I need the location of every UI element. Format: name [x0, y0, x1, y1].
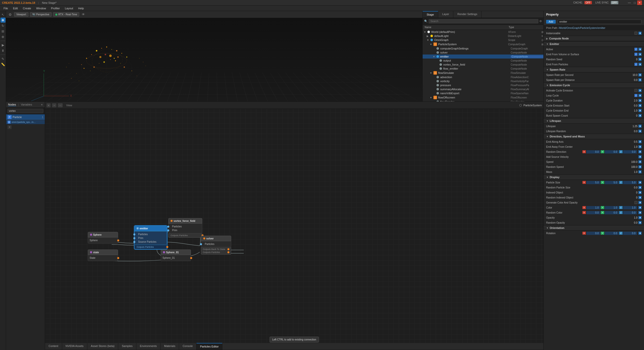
remove-node-button[interactable]: − — [52, 103, 56, 107]
tool-move[interactable]: ✥ — [1, 18, 6, 23]
tool-pause[interactable]: ⏸ — [1, 48, 6, 53]
node-editor-canvas[interactable]: Sphere Sphere state — [45, 109, 543, 350]
tree-item-flowsimulate[interactable]: ▼ ⬡ flowSimulate FlowSimulate — [423, 71, 543, 75]
sphere-out-port[interactable] — [117, 239, 119, 241]
random-direction-y-val[interactable]: 0.0 — [605, 150, 619, 154]
random-color-y-val[interactable]: 0.0 — [605, 211, 619, 214]
menu-edit[interactable]: Edit — [11, 6, 20, 10]
random-color-x-val[interactable]: 0.0 — [586, 211, 600, 214]
random-direction-x-val[interactable]: 0.0 — [586, 150, 600, 154]
tool-select[interactable]: ↖ — [1, 12, 6, 17]
menu-window[interactable]: Window — [34, 6, 49, 10]
expand-icon-defaultlight[interactable]: ▶ — [427, 35, 430, 37]
filter-icon[interactable]: ⚙ — [539, 20, 542, 23]
section-display[interactable]: ▼ Display — [544, 174, 644, 180]
maximize-button[interactable]: □ — [632, 1, 637, 5]
menu-profiler[interactable]: Profiler — [49, 6, 62, 10]
expand-icon-flowoffscreen[interactable]: ▼ — [430, 96, 433, 99]
expand-icon-particlesystem[interactable]: ▼ — [430, 43, 433, 46]
generate-color-checkbox[interactable] — [634, 201, 637, 204]
section-direction[interactable]: ▼ Direction, Speed and Mass — [544, 134, 644, 139]
menu-help[interactable]: Help — [76, 6, 87, 10]
random-color-z-val[interactable]: 0.0 — [623, 211, 637, 214]
var-item-particle[interactable]: P Particle 1 — [6, 114, 45, 120]
tree-item-flowemitter[interactable]: flow_emitter ComputeNode — [423, 67, 543, 71]
state-out-port[interactable] — [117, 257, 119, 259]
random-direction-z-val[interactable]: 0.0 — [623, 150, 637, 154]
tab-render-settings[interactable]: Render Settings — [453, 11, 481, 18]
tab-stage[interactable]: Stage — [423, 11, 438, 18]
menu-layout[interactable]: Layout — [62, 6, 76, 10]
property-add-button[interactable]: Add — [546, 20, 556, 24]
tree-item-advection[interactable]: advection FlowAdvectionC — [423, 75, 543, 79]
emitter-out-port[interactable] — [166, 246, 168, 248]
particle-size-y-val[interactable]: 5.0 — [605, 181, 619, 184]
solver-particles-port[interactable] — [227, 251, 229, 253]
section-orientation[interactable]: ▼ Orientation — [544, 225, 644, 231]
close-button[interactable]: × — [637, 1, 642, 5]
tool-universal[interactable]: ⊕ — [1, 34, 6, 39]
node-vortex-force[interactable]: vortex_force_field Particles Prim — [168, 218, 202, 238]
node-sphere01[interactable]: Sphere_01 Sphere_01 — [161, 249, 191, 261]
emit-particles-checkbox[interactable]: ✓ — [634, 63, 637, 66]
tree-item-particlesystem[interactable]: ▼ ⬡ ParticleSystem ComputeGraph ⊞ — [423, 42, 543, 46]
tab-environments[interactable]: Environments — [136, 343, 160, 350]
viewport-gear-icon[interactable]: ⚙ — [8, 12, 13, 17]
tree-item-flowrender[interactable]: flowRender FlowRender — [423, 100, 543, 102]
tool-paint[interactable]: ✎ — [1, 56, 6, 61]
tab-nvidia-assets[interactable]: NVIDIA Assets — [62, 343, 88, 350]
node-emitter[interactable]: emitter Particles Prim — [134, 226, 167, 249]
emitter-particles-in-dot[interactable] — [133, 233, 135, 235]
more-options-button[interactable]: ··· — [58, 103, 63, 107]
vortex-particles-dot[interactable] — [167, 226, 169, 228]
tree-item-emitter[interactable]: ▼ emitter ComputeNode — [423, 55, 543, 59]
expand-icon-omnigraph[interactable]: ▼ — [427, 39, 430, 41]
tree-item-summaryallocate[interactable]: summaryAllocate FlowSummaryAl — [423, 87, 543, 91]
property-add-input[interactable] — [558, 20, 641, 24]
menu-file[interactable]: File — [1, 6, 11, 10]
tab-materials[interactable]: Materials — [160, 343, 179, 350]
var-source-vortex[interactable]: ⊙ omni:/particle_sys.../ome.Vortex — [6, 120, 45, 124]
tree-item-vorticity[interactable]: vorticity FlowVorticityPar — [423, 79, 543, 83]
vortex-prim-dot[interactable] — [167, 229, 169, 231]
stage-search-input[interactable] — [429, 19, 538, 23]
section-spawn-rate[interactable]: ▼ Spawn Rate — [544, 67, 644, 72]
particle-size-x-val[interactable]: 5.0 — [586, 181, 600, 184]
expand-icon-emitter[interactable]: ▼ — [433, 55, 436, 58]
tree-item-world[interactable]: ▼ World (defaultPrim) XForm ⊞ — [423, 30, 543, 34]
emitter-source-in-dot[interactable] — [133, 241, 135, 243]
tab-content[interactable]: Content — [45, 343, 62, 350]
tree-item-omnigraph[interactable]: ▼ OmniGraph Scope ⊙ — [423, 38, 543, 42]
section-compute-node[interactable]: ▶ Compute Node — [544, 36, 644, 41]
tab-console[interactable]: Console — [179, 343, 196, 350]
rotation-y-val[interactable]: 0.0 — [605, 232, 619, 235]
solver-particles-dot[interactable] — [200, 243, 202, 245]
tree-item-computegraphsettings[interactable]: computeGraphSettings ComputeGraph — [423, 46, 543, 51]
expand-icon-flowsimulate[interactable]: ▼ — [430, 72, 433, 74]
color-x-val[interactable]: 1.0 — [586, 206, 600, 209]
tree-item-pressure[interactable]: pressure FlowPressurePa — [423, 83, 543, 87]
section-emitter[interactable]: ▼ Emitter — [544, 41, 644, 47]
expand-icon-world[interactable]: ▼ — [424, 31, 427, 33]
menu-create[interactable]: Create — [20, 6, 34, 10]
viewport-tab[interactable]: Viewport — [14, 12, 28, 17]
solver-state-port[interactable] — [227, 248, 229, 250]
section-lifespan[interactable]: ▼ Lifespan — [544, 118, 644, 124]
var-tab-variables[interactable]: Variables — [21, 103, 32, 106]
node-sphere[interactable]: Sphere Sphere — [88, 232, 118, 243]
loop-cycle-checkbox[interactable]: ✓ — [634, 94, 637, 97]
var-tab-nodes[interactable]: Nodes — [8, 103, 16, 106]
tool-rotate[interactable]: ↻ — [1, 23, 6, 28]
rtx-mode-button[interactable]: RTX - Real-Time — [53, 12, 79, 17]
section-emission-cycle[interactable]: ▼ Emission Cycle — [544, 82, 644, 88]
emitter-prim-in-dot[interactable] — [133, 237, 135, 239]
tree-item-vortex[interactable]: vortex_force_field ComputeNode — [423, 63, 543, 67]
tab-layer[interactable]: Layer — [438, 11, 454, 18]
add-node-button[interactable]: + — [47, 103, 51, 107]
tree-item-defaultlight[interactable]: ▶ defaultLight DistantLight ☀ — [423, 34, 543, 38]
rotation-x-val[interactable]: 0.0 — [586, 232, 600, 235]
tool-play[interactable]: ▶ — [1, 42, 6, 47]
active-checkbox[interactable]: ✓ — [634, 48, 637, 51]
tree-item-nanovdbexport[interactable]: nanoVdbExport FlowSparseNan — [423, 91, 543, 95]
view-label[interactable]: View — [66, 104, 72, 107]
